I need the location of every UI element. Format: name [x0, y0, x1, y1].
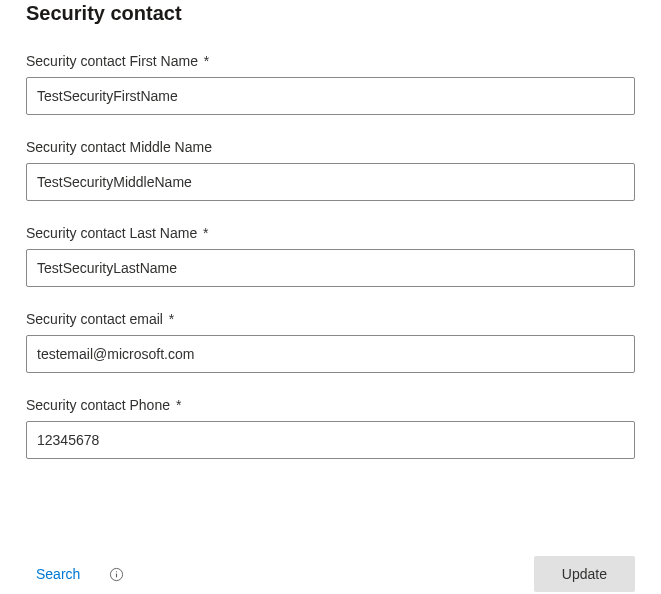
required-mark: * — [169, 311, 174, 327]
last-name-group: Security contact Last Name * — [26, 225, 635, 287]
last-name-label-text: Security contact Last Name — [26, 225, 197, 241]
middle-name-group: Security contact Middle Name — [26, 139, 635, 201]
required-mark: * — [203, 225, 208, 241]
first-name-input[interactable] — [26, 77, 635, 115]
svg-point-2 — [116, 571, 117, 572]
search-link[interactable]: Search — [36, 566, 80, 582]
first-name-label: Security contact First Name * — [26, 53, 635, 69]
email-input[interactable] — [26, 335, 635, 373]
info-icon[interactable] — [108, 566, 124, 582]
update-button[interactable]: Update — [534, 556, 635, 592]
first-name-group: Security contact First Name * — [26, 53, 635, 115]
required-mark: * — [204, 53, 209, 69]
middle-name-input[interactable] — [26, 163, 635, 201]
middle-name-label: Security contact Middle Name — [26, 139, 635, 155]
first-name-label-text: Security contact First Name — [26, 53, 198, 69]
section-title: Security contact — [26, 2, 635, 25]
email-group: Security contact email * — [26, 311, 635, 373]
last-name-label: Security contact Last Name * — [26, 225, 635, 241]
phone-label: Security contact Phone * — [26, 397, 635, 413]
email-label-text: Security contact email — [26, 311, 163, 327]
phone-input[interactable] — [26, 421, 635, 459]
required-mark: * — [176, 397, 181, 413]
footer: Search Update — [26, 554, 635, 594]
phone-group: Security contact Phone * — [26, 397, 635, 459]
phone-label-text: Security contact Phone — [26, 397, 170, 413]
email-label: Security contact email * — [26, 311, 635, 327]
middle-name-label-text: Security contact Middle Name — [26, 139, 212, 155]
last-name-input[interactable] — [26, 249, 635, 287]
